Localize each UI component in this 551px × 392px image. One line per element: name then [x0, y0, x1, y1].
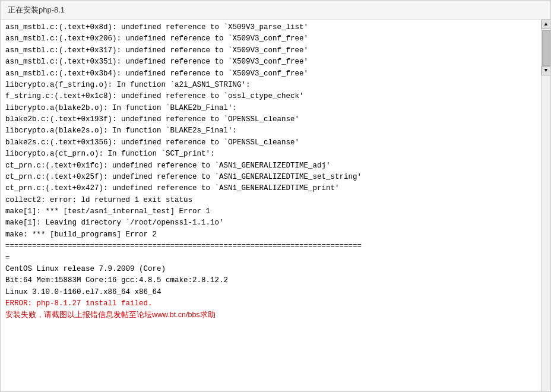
- terminal-line: CentOS Linux release 7.9.2009 (Core): [5, 264, 536, 275]
- terminal-line: blake2s.c:(.text+0x1356): undefined refe…: [5, 137, 536, 148]
- main-window: 正在安装php-8.1 asn_mstbl.c:(.text+0x8d): un…: [0, 0, 551, 392]
- terminal-line: blake2b.c:(.text+0x193f): undefined refe…: [5, 114, 536, 125]
- terminal-line: asn_mstbl.c:(.text+0x3b4): undefined ref…: [5, 68, 536, 80]
- scrollbar-track: ▲ ▼: [541, 20, 550, 391]
- terminal-line: f_string.c:(.text+0x1c8): undefined refe…: [5, 91, 536, 102]
- terminal-line: make: *** [build_programs] Error 2: [5, 229, 536, 241]
- terminal-line: asn_mstbl.c:(.text+0x351): undefined ref…: [5, 56, 536, 68]
- terminal-line: libcrypto.a(ct_prn.o): In function `SCT_…: [5, 148, 536, 160]
- terminal-line: collect2: error: ld returned 1 exit stat…: [5, 195, 536, 206]
- terminal-line: libcrypto.a(f_string.o): In function `a2…: [5, 80, 536, 91]
- terminal-line: 安装失败，请截图以上报错信息发帖至论坛www.bt.cn/bbs求助: [5, 309, 536, 321]
- scrollbar-down-arrow[interactable]: ▼: [542, 66, 551, 75]
- terminal-line: asn_mstbl.c:(.text+0x8d): undefined refe…: [5, 22, 536, 33]
- terminal-line: Bit:64 Mem:15883M Core:16 gcc:4.8.5 cmak…: [5, 275, 536, 286]
- scrollbar-up-arrow[interactable]: ▲: [542, 20, 551, 29]
- terminal-line: ct_prn.c:(.text+0x25f): undefined refere…: [5, 172, 536, 183]
- terminal-line: ERROR: php-8.1.27 install failed.: [5, 298, 536, 309]
- terminal-output[interactable]: asn_mstbl.c:(.text+0x8d): undefined refe…: [1, 20, 541, 391]
- terminal-line: libcrypto.a(blake2s.o): In function `BLA…: [5, 125, 536, 137]
- scrollbar-area: asn_mstbl.c:(.text+0x8d): undefined refe…: [1, 20, 550, 391]
- terminal-line: Linux 3.10.0-1160.el7.x86_64 x86_64: [5, 287, 536, 298]
- terminal-line: make[1]: *** [test/asn1_internal_test] E…: [5, 206, 536, 217]
- window-title: 正在安装php-8.1: [8, 5, 65, 15]
- terminal-line: ========================================…: [5, 241, 536, 252]
- terminal-line: make[1]: Leaving directory `/root/openss…: [5, 217, 536, 229]
- terminal-line: ct_prn.c:(.text+0x427): undefined refere…: [5, 183, 536, 194]
- scrollbar-thumb[interactable]: [542, 30, 550, 66]
- title-bar: 正在安装php-8.1: [1, 1, 550, 20]
- terminal-line: =: [5, 252, 536, 264]
- terminal-line: ct_prn.c:(.text+0x1fc): undefined refere…: [5, 160, 536, 172]
- terminal-line: asn_mstbl.c:(.text+0x317): undefined ref…: [5, 45, 536, 56]
- terminal-line: asn_mstbl.c:(.text+0x206): undefined ref…: [5, 33, 536, 45]
- terminal-line: libcrypto.a(blake2b.o): In function `BLA…: [5, 103, 536, 114]
